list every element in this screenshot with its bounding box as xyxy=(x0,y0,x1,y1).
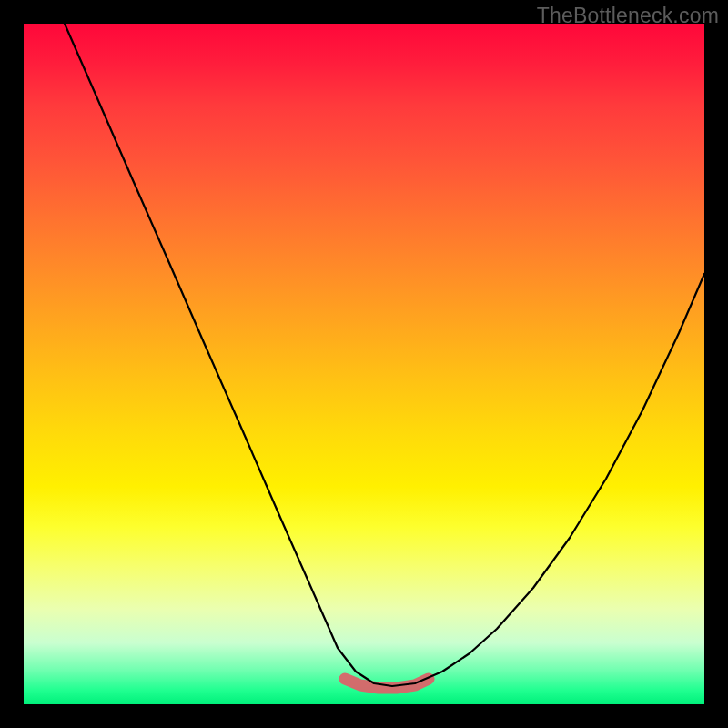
plot-area xyxy=(24,24,704,704)
chart-svg xyxy=(24,24,704,704)
chart-frame: TheBottleneck.com xyxy=(0,0,728,728)
bottleneck-curve-path xyxy=(65,24,704,686)
watermark-text: TheBottleneck.com xyxy=(537,4,719,28)
